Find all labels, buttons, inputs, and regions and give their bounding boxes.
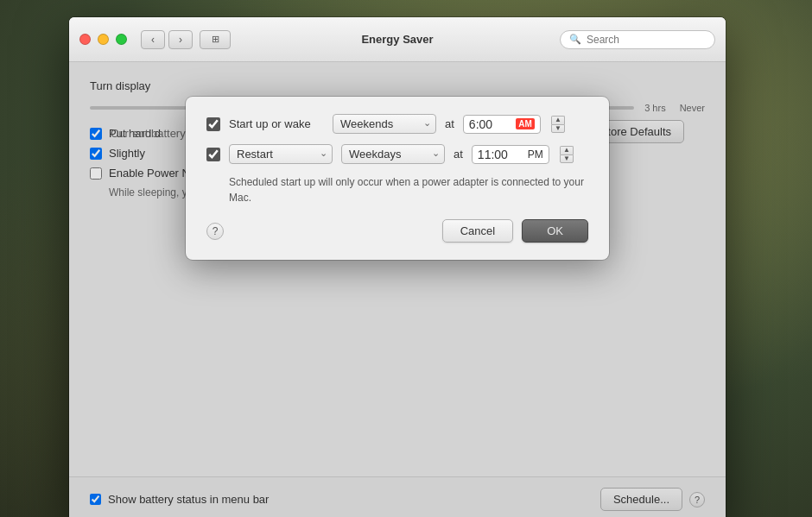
traffic-lights: [79, 34, 127, 45]
modal-row2-action-wrapper: Restart Shut Down Sleep Wake: [229, 144, 333, 164]
modal-row1-schedule-select[interactable]: Weekdays Weekends Every Day Monday Tuesd…: [333, 114, 436, 134]
modal-row2-ampm-label: PM: [528, 148, 543, 161]
modal-row2-decrement[interactable]: ▼: [560, 154, 574, 163]
nav-buttons: ‹ ›: [141, 30, 193, 49]
modal-row2-increment[interactable]: ▲: [560, 146, 574, 154]
search-box[interactable]: 🔍: [560, 30, 715, 49]
grid-button[interactable]: ⊞: [200, 30, 231, 49]
search-input[interactable]: [587, 34, 706, 46]
modal-footer: ? Cancel OK: [206, 219, 588, 243]
modal-row2-time-display: 11:00 PM: [472, 145, 549, 164]
modal-note: Scheduled start up will only occur when …: [229, 174, 588, 205]
cancel-button[interactable]: Cancel: [442, 219, 513, 243]
modal-row1-time-display: 6:00 AM: [463, 115, 541, 134]
modal-row1-schedule-wrapper: Weekdays Weekends Every Day Monday Tuesd…: [333, 114, 436, 134]
modal-row-2: Restart Shut Down Sleep Wake Weekdays We…: [206, 144, 588, 164]
window-title: Energy Saver: [361, 33, 433, 46]
modal-row1-decrement[interactable]: ▼: [551, 124, 565, 133]
modal-row2-stepper: ▲ ▼: [560, 146, 574, 163]
modal-row2-time-value: 11:00: [478, 148, 508, 161]
modal-row1-ampm-badge: AM: [516, 118, 535, 129]
modal-row1-time-value: 6:00: [469, 117, 492, 131]
modal-help-button[interactable]: ?: [206, 223, 224, 240]
maximize-button[interactable]: [116, 34, 127, 45]
energy-saver-window: ‹ › ⊞ Energy Saver 🔍 Turn display 3 hrs: [69, 17, 726, 517]
modal-row2-schedule-select[interactable]: Weekdays Weekends Every Day Monday Tuesd…: [341, 144, 445, 164]
modal-row1-increment[interactable]: ▲: [551, 116, 565, 124]
minimize-button[interactable]: [98, 34, 109, 45]
modal-row2-schedule-wrapper: Weekdays Weekends Every Day Monday Tuesd…: [341, 144, 445, 164]
modal-row1-action-label: Start up or wake: [229, 117, 324, 130]
grid-icon: ⊞: [212, 34, 219, 45]
back-button[interactable]: ‹: [141, 30, 165, 49]
modal-row2-checkbox[interactable]: [206, 148, 220, 161]
ok-button[interactable]: OK: [522, 219, 588, 243]
search-icon: 🔍: [569, 34, 581, 45]
forward-button[interactable]: ›: [168, 30, 193, 49]
modal-row1-at-label: at: [445, 117, 454, 130]
modal-row1-checkbox[interactable]: [206, 117, 220, 131]
modal-row2-action-select[interactable]: Restart Shut Down Sleep Wake: [229, 144, 333, 164]
modal-row1-stepper: ▲ ▼: [551, 116, 565, 133]
schedule-modal: Start up or wake Weekdays Weekends Every…: [186, 97, 609, 260]
close-button[interactable]: [79, 34, 91, 45]
modal-row2-at-label: at: [454, 148, 463, 161]
modal-overlay: Start up or wake Weekdays Weekends Every…: [69, 62, 726, 517]
titlebar: ‹ › ⊞ Energy Saver 🔍: [69, 17, 726, 62]
modal-row-1: Start up or wake Weekdays Weekends Every…: [206, 114, 588, 134]
